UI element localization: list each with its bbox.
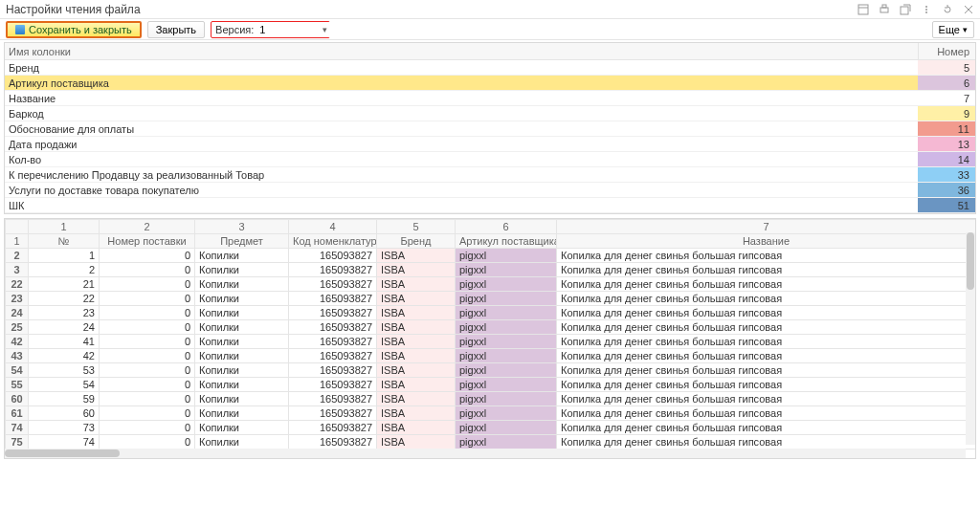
table-row[interactable]: 74730Копилки165093827ISBApigxxlКопилка д… [6,421,976,435]
cell[interactable]: 165093827 [289,363,377,378]
cell[interactable]: 165093827 [289,335,377,349]
cell[interactable]: ISBA [377,277,456,292]
cell[interactable]: 24 [29,320,100,335]
col-label[interactable]: 6 [456,220,557,234]
cell[interactable]: 0 [100,349,195,363]
header-cell[interactable]: Артикул поставщика [456,234,557,249]
cell[interactable]: 165093827 [289,249,377,263]
cell[interactable]: pigxxl [456,277,557,292]
cell[interactable]: 0 [100,292,195,306]
cell[interactable]: 54 [29,378,100,392]
cell[interactable]: 73 [29,421,100,435]
header-cell[interactable]: Номер поставки [100,234,195,249]
cell[interactable]: 0 [100,378,195,392]
help-icon[interactable] [921,4,932,15]
cell[interactable]: 0 [100,320,195,335]
cell[interactable]: 0 [100,277,195,292]
version-input[interactable] [257,22,332,37]
cell[interactable]: 74 [29,435,100,449]
row-number[interactable]: 22 [6,277,29,292]
cell[interactable]: 165093827 [289,349,377,363]
close-button[interactable]: Закрыть [147,21,205,38]
horizontal-scrollbar[interactable] [5,449,966,458]
row-number[interactable]: 42 [6,335,29,349]
table-row[interactable]: 55540Копилки165093827ISBApigxxlКопилка д… [6,378,976,392]
columns-list-row[interactable]: Бренд5 [5,60,975,76]
cell[interactable]: 165093827 [289,292,377,306]
table-row[interactable]: 24230Копилки165093827ISBApigxxlКопилка д… [6,306,976,320]
cell[interactable]: ISBA [377,406,456,421]
columns-list-row[interactable]: Дата продажи13 [5,137,975,152]
cell[interactable]: pigxxl [456,349,557,363]
cell[interactable]: ISBA [377,392,456,406]
cell[interactable]: 0 [100,435,195,449]
cell[interactable]: Копилка для денег свинья большая гипсова… [557,277,976,292]
row-number[interactable]: 74 [6,421,29,435]
cell[interactable]: 165093827 [289,406,377,421]
row-number[interactable]: 2 [6,249,29,263]
cell[interactable]: pigxxl [456,249,557,263]
row-number[interactable]: 1 [6,234,29,249]
cell[interactable]: 59 [29,392,100,406]
cell[interactable]: ISBA [377,421,456,435]
cell[interactable]: 165093827 [289,263,377,277]
cell[interactable]: 0 [100,421,195,435]
table-row[interactable]: 22210Копилки165093827ISBApigxxlКопилка д… [6,277,976,292]
row-number[interactable]: 60 [6,392,29,406]
header-cell[interactable]: Бренд [377,234,456,249]
cell[interactable]: 0 [100,306,195,320]
calc-icon[interactable] [858,4,869,15]
cell[interactable]: 0 [100,392,195,406]
cell[interactable]: pigxxl [456,306,557,320]
cell[interactable]: 53 [29,363,100,378]
cell[interactable]: Копилка для денег свинья большая гипсова… [557,406,976,421]
cell[interactable]: pigxxl [456,320,557,335]
cell[interactable]: 60 [29,406,100,421]
version-selector[interactable]: Версия: ▾ [211,21,330,38]
cell[interactable]: ISBA [377,263,456,277]
cell[interactable]: 165093827 [289,306,377,320]
cell[interactable]: pigxxl [456,292,557,306]
row-number[interactable]: 54 [6,363,29,378]
cell[interactable]: 165093827 [289,320,377,335]
cell[interactable]: Копилка для денег свинья большая гипсова… [557,306,976,320]
cell[interactable]: ISBA [377,320,456,335]
cell[interactable]: 165093827 [289,378,377,392]
col-label[interactable]: 3 [195,220,289,234]
table-row[interactable]: 54530Копилки165093827ISBApigxxlКопилка д… [6,363,976,378]
cell[interactable]: 0 [100,263,195,277]
col-label[interactable]: 2 [100,220,195,234]
cell[interactable]: Копилки [195,292,289,306]
cell[interactable]: pigxxl [456,406,557,421]
cell[interactable]: Копилка для денег свинья большая гипсова… [557,249,976,263]
cell[interactable]: pigxxl [456,378,557,392]
more-button[interactable]: Еще ▾ [932,21,974,38]
cell[interactable]: ISBA [377,435,456,449]
cell[interactable]: Копилки [195,421,289,435]
cell[interactable]: ISBA [377,349,456,363]
cell[interactable]: Копилка для денег свинья большая гипсова… [557,320,976,335]
columns-list-row[interactable]: ШК51 [5,198,975,213]
cell[interactable]: 23 [29,306,100,320]
row-number[interactable]: 25 [6,320,29,335]
table-row[interactable]: 210Копилки165093827ISBApigxxlКопилка для… [6,249,976,263]
cell[interactable]: 165093827 [289,421,377,435]
cell[interactable]: ISBA [377,292,456,306]
cell[interactable]: Копилка для денег свинья большая гипсова… [557,378,976,392]
cell[interactable]: Копилка для денег свинья большая гипсова… [557,292,976,306]
col-label[interactable]: 5 [377,220,456,234]
cell[interactable]: 41 [29,335,100,349]
row-number[interactable]: 23 [6,292,29,306]
cell[interactable]: Копилки [195,378,289,392]
columns-list-row[interactable]: Баркод9 [5,106,975,121]
save-close-button[interactable]: Сохранить и закрыть [6,21,142,38]
print-icon[interactable] [879,4,890,15]
cell[interactable]: pigxxl [456,392,557,406]
header-cell[interactable]: Код номенклатуры [289,234,377,249]
cell[interactable]: 21 [29,277,100,292]
columns-list-row[interactable]: Обоснование для оплаты11 [5,121,975,137]
columns-list-row[interactable]: Кол-во14 [5,152,975,167]
cell[interactable]: pigxxl [456,421,557,435]
cell[interactable]: Копилки [195,349,289,363]
cell[interactable]: ISBA [377,335,456,349]
